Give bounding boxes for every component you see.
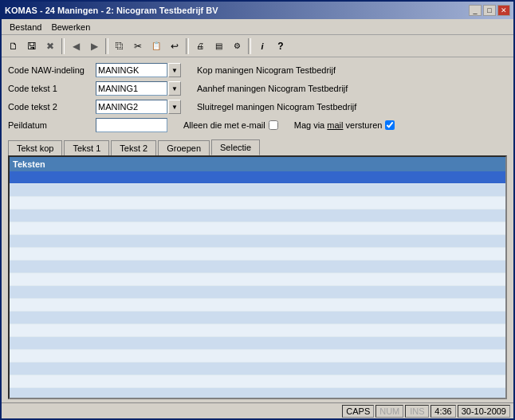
table-row[interactable] <box>10 171 505 184</box>
menu-bewerken[interactable]: Bewerken <box>46 21 95 33</box>
table-cell <box>13 249 18 259</box>
table-cell <box>13 262 18 272</box>
forward-button[interactable]: ▶ <box>85 37 103 55</box>
toolbar-sep-1 <box>61 38 65 54</box>
paste-button[interactable]: 📋 <box>147 37 165 55</box>
toolbar: 🗋 🖫 ✖ ◀ ▶ ⿻ ✂ 📋 ↩ 🖨 ▤ ⚙ i ? <box>2 35 513 57</box>
table-row[interactable] <box>10 337 505 350</box>
code-naw-input-group: ▼ <box>96 63 181 77</box>
table-cell <box>13 237 18 246</box>
tab-tekst-kop[interactable]: Tekst kop <box>8 140 62 155</box>
mag-mail-checkbox[interactable] <box>385 120 395 130</box>
table-cell <box>13 186 18 195</box>
table-row[interactable] <box>10 388 505 398</box>
back-button[interactable]: ◀ <box>67 37 85 55</box>
table-scroll-area[interactable]: $N35$C35$A35$w35 <box>10 171 505 398</box>
menu-bestand[interactable]: Bestand <box>5 21 46 33</box>
code-tekst1-label: Code tekst 1 <box>8 84 96 93</box>
table-cell <box>13 300 18 310</box>
tab-tekst1[interactable]: Tekst 1 <box>64 140 109 155</box>
table-cell <box>13 211 18 221</box>
form-area: Code NAW-indeling ▼ Kop maningen Nicogra… <box>2 57 513 139</box>
table-cell <box>13 224 18 234</box>
title-bar: KOMAS - 24 Maningen - 2: Nicogram Testbe… <box>2 2 513 19</box>
peildatum-label: Peildatum <box>8 120 96 130</box>
table-row[interactable] <box>10 286 505 299</box>
table-row[interactable] <box>10 210 505 222</box>
table-row[interactable] <box>10 324 505 337</box>
table-row[interactable] <box>10 350 505 363</box>
code-naw-dropdown-btn[interactable]: ▼ <box>168 63 181 77</box>
table-row[interactable] <box>10 273 505 286</box>
num-status: NUM <box>375 405 403 418</box>
table-row[interactable] <box>10 184 505 197</box>
peildatum-input[interactable] <box>96 118 167 132</box>
ins-status: INS <box>405 405 429 418</box>
copy-button[interactable]: ⿻ <box>111 37 128 55</box>
code-tekst2-input[interactable] <box>96 100 167 114</box>
minimize-button[interactable]: _ <box>469 5 482 16</box>
table-cell <box>13 351 18 361</box>
table-row[interactable] <box>10 261 505 273</box>
maximize-button[interactable]: □ <box>483 5 496 16</box>
table-cell <box>13 339 18 348</box>
table-container: Teksten $N35$C35$A35$w35 <box>8 155 507 399</box>
table-cell <box>13 275 18 285</box>
code-tekst2-input-group: ▼ <box>96 100 181 114</box>
open-button[interactable]: 🖫 <box>23 37 41 55</box>
table-row[interactable] <box>10 312 505 324</box>
undo-button[interactable]: ↩ <box>166 37 183 55</box>
close-button[interactable]: ✕ <box>497 5 510 16</box>
code-naw-input[interactable] <box>96 63 167 77</box>
print-button[interactable]: 🖨 <box>191 37 209 55</box>
tab-selectie[interactable]: Selectie <box>211 139 260 155</box>
tabs-bar: Tekst kop Tekst 1 Tekst 2 Groepen Select… <box>2 139 513 155</box>
main-window: KOMAS - 24 Maningen - 2: Nicogram Testbe… <box>0 0 515 420</box>
code-tekst1-input-group: ▼ <box>96 81 181 96</box>
menu-bar: Bestand Bewerken <box>2 19 513 35</box>
table-row[interactable] <box>10 235 505 248</box>
code-tekst1-row: Code tekst 1 ▼ Aanhef maningen Nicogram … <box>8 80 507 96</box>
caps-status: CAPS <box>342 405 374 418</box>
table-row[interactable] <box>10 363 505 375</box>
new-button[interactable]: 🗋 <box>5 37 22 55</box>
cut-button[interactable]: ✂ <box>129 37 147 55</box>
alleen-email-label: Alleen die met e-mail <box>183 120 265 130</box>
table-header: Teksten <box>10 157 505 171</box>
table-cell <box>13 313 18 323</box>
table-row[interactable] <box>10 299 505 312</box>
code-tekst2-dropdown-btn[interactable]: ▼ <box>168 100 181 114</box>
toolbar-sep-3 <box>186 38 189 54</box>
date-status: 30-10-2009 <box>458 405 510 418</box>
aanhef-maningen-label: Aanhef maningen Nicogram Testbedrijf <box>197 84 348 93</box>
peildatum-row: Peildatum Alleen die met e-mail Mag via … <box>8 117 507 133</box>
code-tekst2-row: Code tekst 2 ▼ Sluitregel maningen Nicog… <box>8 99 507 115</box>
tab-groepen[interactable]: Groepen <box>158 140 210 155</box>
sluitregel-label: Sluitregel maningen Nicogram Testbedrijf <box>197 102 356 112</box>
table-cell <box>13 364 18 374</box>
info-button[interactable]: i <box>254 37 271 55</box>
settings-button[interactable]: ⚙ <box>228 37 246 55</box>
table-row[interactable] <box>10 248 505 261</box>
table-cell <box>13 326 18 336</box>
table-cell <box>13 198 18 208</box>
time-status: 4:36 <box>430 405 455 418</box>
mag-via-label: Mag via mail versturen <box>294 120 383 130</box>
preview-button[interactable]: ▤ <box>210 37 227 55</box>
table-cell <box>13 377 18 387</box>
code-tekst1-dropdown-btn[interactable]: ▼ <box>168 81 181 96</box>
table-row[interactable] <box>10 197 505 210</box>
alleen-email-checkbox[interactable] <box>269 120 278 130</box>
status-bar: CAPS NUM INS 4:36 30-10-2009 <box>2 402 513 418</box>
delete-button[interactable]: ✖ <box>41 37 59 55</box>
table-cell <box>13 288 18 297</box>
table-row[interactable] <box>10 375 505 388</box>
help-button[interactable]: ? <box>272 37 289 55</box>
code-naw-label: Code NAW-indeling <box>8 65 96 75</box>
code-tekst2-label: Code tekst 2 <box>8 102 96 112</box>
tab-tekst2[interactable]: Tekst 2 <box>111 140 156 155</box>
table-header-teksten: Teksten <box>13 159 45 169</box>
code-tekst1-input[interactable] <box>96 81 167 96</box>
toolbar-sep-4 <box>248 38 251 54</box>
table-row[interactable] <box>10 222 505 235</box>
